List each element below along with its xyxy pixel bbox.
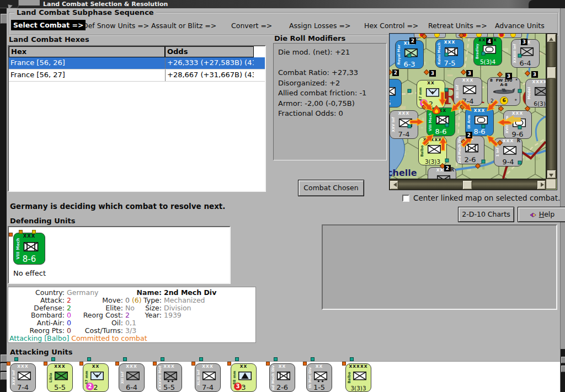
teal-marker-dot bbox=[161, 357, 164, 361]
charts-button[interactable]: 2-D-10 Charts bbox=[458, 207, 514, 222]
unit-counter[interactable]: XXX1 Inf9-4R bbox=[494, 138, 523, 167]
titlebar-right-control[interactable] bbox=[529, 0, 565, 8]
background-window-edge-right bbox=[560, 8, 565, 392]
unit-counter[interactable]: XXXXII Inf6-4 bbox=[119, 363, 145, 392]
air-unit-counter[interactable]: 8FW 190*A-826* bbox=[487, 77, 520, 106]
unit-counter[interactable]: XXXXXV Inf7-4 bbox=[10, 363, 36, 392]
modifier-line: Armor: -2,00 (-0,75B) bbox=[278, 99, 386, 109]
map-view[interactable]: RANC chelle XXXRoyal Mar6-3XXXKolni Mech… bbox=[390, 34, 546, 179]
center-map-checkbox[interactable] bbox=[402, 195, 409, 202]
horizontal-scroll-thumb[interactable] bbox=[462, 180, 472, 190]
unit-size-designation: XXX bbox=[466, 108, 493, 113]
hex-table-header: HexOdds bbox=[9, 46, 265, 57]
unit-size-designation: XXX bbox=[390, 111, 418, 116]
air-range-badge: 6 bbox=[500, 96, 508, 105]
inf-symbol-icon bbox=[502, 146, 517, 157]
center-map-checkbox-label[interactable]: Center linked map on selected combat. bbox=[413, 194, 560, 202]
unit-size-designation: XXXXX bbox=[419, 137, 446, 142]
teal-marker-dot bbox=[274, 357, 278, 361]
combat-hex-list: HexOdds France [56, 26]+26,333 (+27,583B… bbox=[8, 45, 266, 192]
stack-count-badge: 2 bbox=[409, 37, 416, 44]
at-symbol-icon bbox=[425, 88, 440, 99]
arm-symbol-icon bbox=[511, 118, 526, 130]
unit-strength-value: 5-5 bbox=[157, 383, 182, 391]
vertical-scroll-thumb[interactable] bbox=[547, 67, 556, 79]
inf-symbol-icon bbox=[17, 371, 31, 383]
unit-counter[interactable]: XXXXXXVIII Mot5-5 bbox=[156, 363, 182, 392]
help-button[interactable]: Help bbox=[518, 207, 565, 222]
unit-counter[interactable]: XXnd Mech Div2-6 bbox=[269, 363, 295, 392]
info-label: Attack: bbox=[9, 296, 65, 304]
unit-counter[interactable]: XX47 mm22 bbox=[417, 80, 445, 109]
teal-marker-dot bbox=[199, 357, 203, 361]
stack-count-badge: 4 bbox=[486, 38, 493, 45]
info-label: Defense: bbox=[9, 304, 65, 312]
teal-marker-dot bbox=[235, 357, 239, 361]
unit-size-designation: XXXXX bbox=[346, 364, 371, 369]
subphase-step: Advance Units bbox=[495, 22, 545, 30]
unit-strength-value: 6(3) bbox=[526, 100, 546, 107]
unit-counter[interactable]: XXXXXBalbo3(3)3 bbox=[345, 363, 371, 392]
unit-counter[interactable]: XXXXIII Inf7-4 bbox=[454, 77, 482, 106]
stack-count-badge: 3 bbox=[505, 73, 512, 79]
unit-counter[interactable]: XXXRoyal Mar6-3 bbox=[395, 40, 424, 69]
scroll-up-button[interactable] bbox=[547, 34, 556, 42]
map-horizontal-scrollbar[interactable] bbox=[390, 179, 546, 190]
info-label: Bombard: bbox=[9, 311, 65, 319]
unit-size-designation: XXX bbox=[47, 364, 72, 369]
column-header[interactable]: Odds bbox=[165, 46, 254, 57]
modifier-line: Fractional Odds: 0 bbox=[278, 109, 386, 119]
unit-name: 1 Inf bbox=[495, 148, 500, 157]
modifier-line: Combat Ratio: +27,33 bbox=[278, 68, 386, 78]
unit-strength-value: 9-6 bbox=[504, 130, 531, 138]
unit-counter[interactable]: XX47 mm22 bbox=[83, 363, 109, 392]
stack-count-badge: 3 bbox=[466, 70, 473, 77]
unit-counter[interactable]: XXXLibia5-5 bbox=[47, 363, 73, 392]
scroll-down-button[interactable] bbox=[547, 170, 556, 179]
unit-counter[interactable]: XX88 mm33 bbox=[231, 363, 257, 392]
teal-marker-dot bbox=[87, 357, 91, 361]
unit-counter[interactable]: XXth Mot Div1-5 bbox=[306, 363, 332, 392]
stack-count-badge: 2 bbox=[444, 165, 451, 171]
window-menu-button[interactable] bbox=[0, 0, 19, 8]
unit-size-designation: XXX bbox=[195, 364, 220, 369]
unit-counter[interactable]: XXXInfR bbox=[428, 167, 456, 179]
subphase-step: Retreat Units => bbox=[428, 22, 487, 30]
attacking-units-panel: XXXXXV Inf7-4XXXLibia5-5XX47 mm22XXXXII … bbox=[7, 361, 560, 392]
partial-counter-strip bbox=[414, 34, 446, 38]
orange-marker-dot bbox=[153, 362, 157, 366]
map-vertical-scrollbar[interactable] bbox=[546, 34, 557, 179]
hex-row[interactable]: France [56, 26]+26,333 (+27,583B) (41 bbox=[9, 57, 265, 69]
unit-counter[interactable]: XXXXVII Arm9-6 bbox=[503, 110, 532, 139]
orange-marker-dot bbox=[79, 362, 83, 366]
scroll-right-button[interactable] bbox=[537, 180, 546, 190]
unit-counter[interactable]: XXXXLIII Inf7-4 bbox=[195, 363, 221, 392]
status-text: Germany is deciding which combat to reso… bbox=[10, 202, 225, 211]
unit-counter[interactable]: XX2nd Mech Div2-6 bbox=[456, 136, 484, 164]
unit-committed-status: Committed to combat bbox=[69, 334, 147, 342]
linked-map-frame: RANC chelle XXXRoyal Mar6-3XXXKolni Mech… bbox=[389, 33, 557, 190]
info-label: Year: bbox=[134, 311, 162, 319]
inf-symbol-icon bbox=[201, 371, 216, 383]
scroll-left-button[interactable] bbox=[390, 180, 398, 190]
unit-counter[interactable]: XXXVIII Mech8-6 bbox=[427, 108, 455, 136]
unit-name: XIII Inf bbox=[455, 85, 460, 98]
unit-counter[interactable]: XXXKolni Mech7-5 bbox=[435, 39, 464, 68]
stack-count-badge: 3 bbox=[429, 70, 436, 77]
stack-count-badge: 3 bbox=[521, 39, 527, 45]
combat-chosen-button[interactable]: Combat Chosen bbox=[298, 180, 364, 196]
unit-size-designation: XXX bbox=[119, 364, 144, 369]
hexes-title: Land Combat Hexes bbox=[9, 35, 89, 44]
unit-counter[interactable]: -5 bbox=[390, 79, 402, 108]
unit-counter[interactable]: XXXXXV Inf7-4 bbox=[390, 110, 418, 139]
info-label: Move: bbox=[69, 296, 123, 304]
unit-counter[interactable]: XXXXModel6(3) bbox=[525, 79, 546, 108]
unit-counter[interactable]: XXXXXBalbo3(3)3 bbox=[418, 137, 447, 165]
arm-symbol-icon bbox=[482, 45, 497, 56]
defending-units-panel: No effect XXXVIII Mech8-6 bbox=[8, 226, 231, 284]
info-label: Cost/Turns: bbox=[69, 326, 123, 335]
unit-strength-value: 7-4 bbox=[10, 383, 35, 391]
unit-counter[interactable]: XXXVIII Mech8-6 bbox=[13, 233, 45, 265]
hex-row[interactable]: France [56, 27]+28,667 (+31,667B) (43 bbox=[9, 69, 265, 82]
column-header[interactable]: Hex bbox=[9, 46, 165, 57]
